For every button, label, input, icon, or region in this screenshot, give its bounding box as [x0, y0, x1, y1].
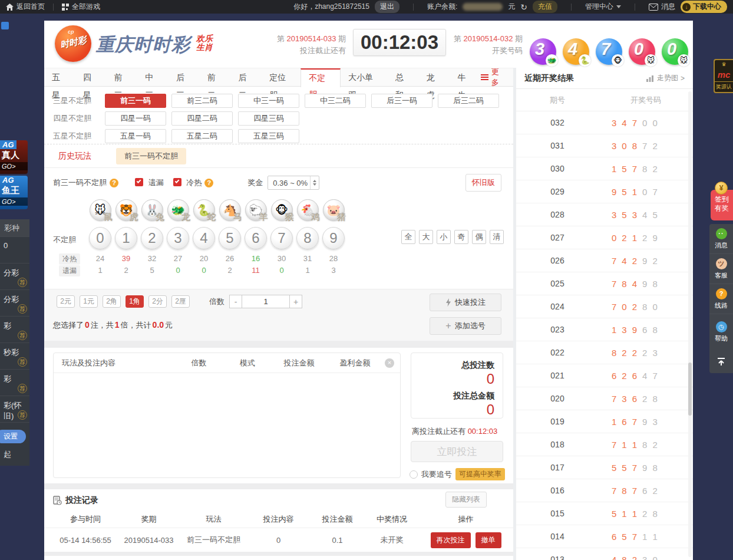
history-play-tab[interactable]: 前三一码不定胆 — [116, 148, 186, 164]
action-再次投注[interactable]: 再次投注 — [431, 532, 471, 548]
action-撤单[interactable]: 撤单 — [476, 532, 501, 548]
bet-type-button[interactable]: 五星二码 — [171, 129, 233, 143]
floating-chat-icon[interactable] — [1, 22, 9, 29]
lottery-menu-item[interactable]: 秒彩荐 — [0, 343, 29, 370]
bet-type-button[interactable]: 中三一码 — [238, 94, 299, 108]
zodiac-icon[interactable]: 🐭鼠 — [87, 199, 113, 221]
number-ball-6[interactable]: 6 — [245, 227, 267, 249]
bet-type-button[interactable]: 四星三码 — [238, 111, 299, 126]
lottery-menu-item[interactable]: 分彩荐 — [0, 263, 29, 290]
bet-type-button[interactable]: 前三二码 — [171, 94, 233, 108]
coldhot-checkbox-wrap[interactable]: 冷热 — [173, 177, 202, 188]
nav-tab-前二[interactable]: 前二 — [200, 68, 231, 86]
ad-ag-fishing[interactable]: AG 鱼王 GO> — [0, 176, 28, 209]
lottery-menu-item[interactable]: 0 — [0, 237, 29, 263]
help-icon[interactable]: ? — [110, 179, 118, 187]
ad-ag-casino[interactable]: AG 真人 GO> — [0, 140, 28, 174]
nav-tab-总和[interactable]: 总和 — [388, 68, 419, 86]
lottery-menu-item[interactable]: 分彩荐 — [0, 290, 29, 317]
bet-type-button[interactable]: 五星三码 — [238, 129, 299, 143]
unit-chip-2角[interactable]: 2角 — [103, 295, 121, 308]
bonus-select[interactable]: 0.36 ~ 0% — [268, 176, 319, 190]
panel-scrollbar-thumb[interactable] — [688, 363, 692, 416]
number-ball-7[interactable]: 7 — [270, 227, 293, 249]
number-ball-1[interactable]: 1 — [115, 227, 137, 249]
coldhot-checkbox[interactable] — [173, 178, 181, 186]
trend-chart-link[interactable]: 走势图> — [646, 73, 685, 83]
signin-reward-button[interactable]: ¥ 签到 有奖 — [711, 190, 733, 220]
unit-chip-2分[interactable]: 2分 — [148, 295, 167, 308]
nav-tab-前三[interactable]: 前三 — [106, 68, 137, 86]
collapse-button[interactable]: 起 — [0, 443, 29, 466]
nav-tab-牛牛[interactable]: 牛牛 — [450, 68, 481, 86]
nav-tab-四星[interactable]: 四星 — [75, 68, 107, 86]
number-ball-4[interactable]: 4 — [193, 227, 215, 249]
bet-type-button[interactable]: 前三一码 — [105, 94, 166, 108]
bet-type-button[interactable]: 四星二码 — [171, 111, 233, 126]
zodiac-icon[interactable]: 🐔鸡 — [295, 199, 321, 221]
nav-tab-龙虎[interactable]: 龙虎 — [419, 68, 450, 86]
bet-type-button[interactable]: 四星一码 — [105, 111, 166, 126]
quick-select-奇[interactable]: 奇 — [454, 230, 468, 244]
nav-tab-中三[interactable]: 中三 — [137, 68, 169, 86]
nav-tab-大小单双[interactable]: 大小单双 — [341, 68, 387, 86]
rail-item-客服[interactable]: ツ客服 — [709, 254, 733, 284]
bet-type-button[interactable]: 后三一码 — [371, 94, 432, 108]
lottery-menu-item[interactable]: 彩荐 — [0, 317, 29, 343]
nav-tab-后二[interactable]: 后二 — [230, 68, 262, 86]
multiplier-plus-button[interactable]: + — [289, 295, 302, 308]
rail-item-帮助[interactable]: ◷帮助 — [709, 314, 733, 350]
logout-button[interactable]: 退出 — [375, 1, 399, 13]
number-ball-8[interactable]: 8 — [296, 227, 319, 249]
nav-tab-不定胆[interactable]: 不定胆 — [301, 68, 341, 87]
bet-now-button[interactable]: 立即投注 — [411, 441, 503, 462]
zodiac-icon[interactable]: 🐍蛇 — [191, 199, 217, 221]
download-center-button[interactable]: ↓ 下载中心 — [681, 1, 727, 13]
zodiac-icon[interactable]: 🐰兔 — [139, 199, 165, 221]
number-ball-2[interactable]: 2 — [141, 227, 163, 249]
bet-type-button[interactable]: 中三二码 — [305, 94, 366, 108]
zodiac-icon[interactable]: 🐷猪 — [321, 199, 346, 221]
unit-chip-1元[interactable]: 1元 — [80, 295, 98, 308]
award-cert-badge[interactable]: ♛ mc 奖源认 — [714, 59, 733, 93]
legacy-version-button[interactable]: 怀旧版 — [465, 174, 501, 192]
refresh-icon[interactable]: ↻ — [520, 2, 527, 12]
lottery-menu-item[interactable]: 彩(怀旧)荐 — [0, 396, 29, 423]
all-games-link[interactable]: 全部游戏 — [62, 2, 100, 12]
miss-checkbox[interactable] — [135, 178, 143, 186]
panel-scrollbar-track[interactable] — [688, 91, 692, 557]
multiplier-input[interactable] — [242, 295, 289, 308]
nav-tab-后三[interactable]: 后三 — [169, 68, 200, 86]
zodiac-icon[interactable]: 🐯虎 — [113, 199, 139, 221]
hide-list-button[interactable]: 隐藏列表 — [445, 492, 487, 508]
quick-select-小[interactable]: 小 — [437, 230, 451, 244]
quick-select-大[interactable]: 大 — [419, 230, 433, 244]
lottery-menu-item[interactable]: 彩荐 — [0, 370, 29, 396]
more-menu[interactable]: 更多 — [481, 68, 513, 86]
number-ball-9[interactable]: 9 — [322, 227, 345, 249]
unit-chip-2元[interactable]: 2元 — [57, 295, 75, 308]
zodiac-icon[interactable]: 🐲龙 — [165, 199, 191, 221]
quick-select-偶[interactable]: 偶 — [472, 230, 486, 244]
back-to-top-button[interactable] — [709, 350, 733, 373]
spinner-icon[interactable] — [310, 176, 319, 189]
chase-radio[interactable] — [410, 470, 418, 479]
bet-type-button[interactable]: 五星一码 — [105, 129, 166, 143]
number-ball-3[interactable]: 3 — [167, 227, 189, 249]
number-ball-0[interactable]: 0 — [89, 227, 111, 249]
nav-tab-定位胆[interactable]: 定位胆 — [262, 68, 301, 86]
zodiac-icon[interactable]: 🐵猴 — [269, 199, 295, 221]
quick-bet-button[interactable]: 快速投注 — [430, 294, 501, 311]
rail-item-线路[interactable]: ?线路 — [709, 284, 733, 314]
unit-chip-1角[interactable]: 1角 — [126, 295, 144, 308]
number-ball-5[interactable]: 5 — [219, 227, 241, 249]
unit-chip-2厘[interactable]: 2厘 — [171, 295, 190, 308]
multiplier-minus-button[interactable]: - — [229, 295, 242, 308]
add-numbers-button[interactable]: + 添加选号 — [430, 317, 501, 335]
zodiac-icon[interactable]: 🐑羊 — [243, 199, 269, 221]
messages-link[interactable]: 消息 — [649, 2, 675, 12]
settings-button[interactable]: 设置 — [0, 430, 26, 443]
home-link[interactable]: 返回首页 — [6, 2, 45, 12]
bet-type-button[interactable]: 后三二码 — [438, 94, 499, 108]
miss-checkbox-wrap[interactable]: 遗漏 — [135, 177, 164, 188]
